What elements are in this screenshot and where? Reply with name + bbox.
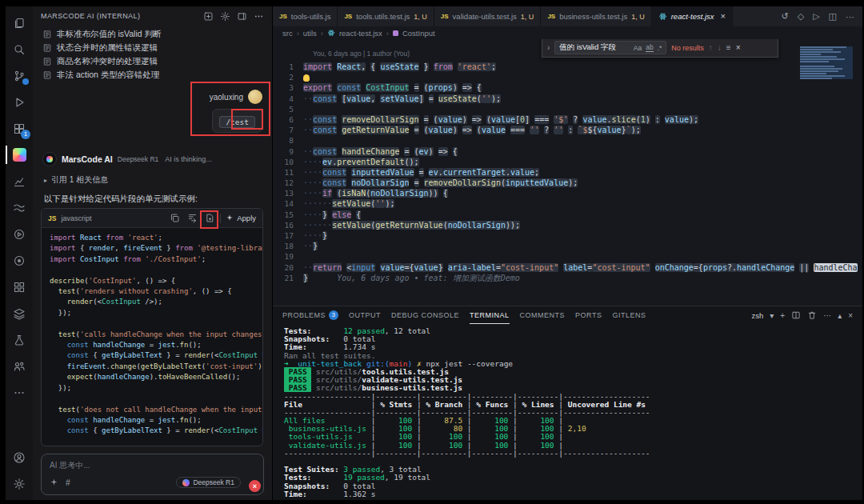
close-tab-icon[interactable]: ×: [721, 12, 726, 21]
insert-at-cursor-icon[interactable]: [187, 213, 198, 223]
code-line[interactable]: 9··const handleChange = (ev) => {: [273, 146, 862, 157]
breadcrumb-item[interactable]: utils: [303, 29, 317, 38]
panel-tab-output[interactable]: OUTPUT: [349, 306, 381, 324]
skills-icon[interactable]: [50, 475, 58, 490]
run-file-icon[interactable]: ▷: [813, 11, 819, 22]
activity-search[interactable]: [6, 36, 33, 62]
codelens-blame[interactable]: You, 6 days ago | 1 author (You): [313, 50, 410, 58]
toggle-replace-icon[interactable]: ›: [547, 43, 550, 52]
breadcrumb[interactable]: src›utils›react-test.jsx›CostInput: [273, 26, 862, 39]
tab-react-test.jsx[interactable]: react-test.jsx×: [652, 6, 733, 26]
terminal-shell-label[interactable]: zsh: [751, 311, 763, 320]
code-line[interactable]: 16······setValue(getReturnValue(noDollar…: [273, 220, 862, 230]
activity-additional-views[interactable]: [6, 379, 33, 406]
code-line[interactable]: 2: [273, 72, 862, 82]
tab-validate-utils.test.js[interactable]: JSvalidate-utils.test.js1, U: [434, 6, 542, 26]
find-previous-icon[interactable]: ↑: [709, 43, 713, 52]
code-line[interactable]: 7··const getReturnValue = (value) => (va…: [273, 125, 862, 135]
activity-collaboration[interactable]: [6, 353, 33, 379]
more-actions-icon[interactable]: [254, 11, 264, 22]
insert-into-file-icon[interactable]: [205, 213, 215, 223]
terminal-output[interactable]: Tests: 12 passed, 12 totalSnapshots: 0 t…: [273, 324, 862, 500]
kill-terminal-icon[interactable]: [807, 310, 817, 320]
history-item[interactable]: 非法 action 类型的容错处理: [33, 68, 272, 82]
more-actions-icon[interactable]: ···: [846, 12, 854, 22]
tab-tools-utils.js[interactable]: JStools-utils.js: [273, 6, 338, 26]
activity-extensions[interactable]: 1: [6, 115, 33, 142]
stop-generation-button[interactable]: ×: [249, 480, 261, 492]
close-panel-icon[interactable]: ×: [848, 311, 853, 320]
breadcrumb-item[interactable]: src: [282, 29, 293, 38]
new-chat-icon[interactable]: [203, 11, 214, 22]
tab-tools.utils.test.js[interactable]: JStools.utils.test.js1, U: [338, 6, 434, 26]
code-line[interactable]: 17····}: [273, 230, 862, 241]
breadcrumb-item[interactable]: CostInput: [402, 29, 435, 38]
panel-tab-gitlens[interactable]: GITLENS: [612, 306, 646, 324]
activity-testing[interactable]: [6, 326, 33, 353]
panel-tab-problems[interactable]: PROBLEMS3: [282, 306, 338, 324]
code-line[interactable]: 15····} else {: [273, 210, 862, 220]
panel-tab-comments[interactable]: COMMENTS: [520, 306, 566, 324]
close-find-icon[interactable]: ×: [736, 43, 741, 52]
code-line[interactable]: 1import React, { useState } from 'react'…: [273, 62, 862, 72]
code-line[interactable]: 13····if (isNaN(noDollarSign)) {: [273, 188, 862, 198]
compare-changes-icon[interactable]: ◇: [798, 11, 804, 22]
new-terminal-icon[interactable]: +: [780, 311, 785, 320]
find-in-selection-icon[interactable]: ≡: [726, 43, 731, 52]
activity-dashboard[interactable]: [6, 274, 33, 300]
code-line[interactable]: 14······setValue('');: [273, 198, 862, 209]
code-line[interactable]: 12····const noDollarSign = removeDollarS…: [273, 178, 862, 188]
activity-account[interactable]: [6, 444, 33, 470]
code-line[interactable]: 4··const [value, setValue] = useState(''…: [273, 94, 862, 104]
history-item[interactable]: 非标准布尔值的 isValid 判断: [33, 27, 272, 41]
activity-manage-settings[interactable]: [6, 470, 33, 497]
maximize-panel-icon[interactable]: ▴: [838, 311, 842, 320]
code-line[interactable]: 6··const removeDollarSign = (value) => (…: [273, 114, 862, 125]
code-line[interactable]: 5: [273, 104, 862, 114]
history-item[interactable]: 商品名称冲突时的处理逻辑: [33, 54, 272, 68]
copy-code-icon[interactable]: [170, 213, 180, 223]
tab-business-utils.test.js[interactable]: JSbusiness-utils.test.js1, U: [541, 6, 651, 26]
open-in-editor-icon[interactable]: [237, 11, 247, 22]
activity-layers[interactable]: [6, 300, 33, 326]
timeline-icon[interactable]: ↺: [781, 11, 788, 22]
activity-marscode-ai[interactable]: [6, 142, 33, 168]
breadcrumb-item[interactable]: react-test.jsx: [339, 29, 382, 38]
model-selector[interactable]: Deepseek R1: [176, 477, 241, 488]
split-editor-icon[interactable]: ◫: [829, 11, 837, 22]
activity-explorer[interactable]: [6, 10, 33, 36]
regex-icon[interactable]: .*: [658, 44, 662, 52]
find-input[interactable]: 值的 isValid 字段 Aa ab .*: [554, 41, 666, 54]
activity-source-control[interactable]: [6, 62, 33, 89]
code-line[interactable]: 8: [273, 135, 862, 146]
split-terminal-icon[interactable]: [791, 310, 801, 320]
panel-tab-ports[interactable]: PORTS: [575, 306, 602, 324]
code-editor[interactable]: › 值的 isValid 字段 Aa ab .* No results ↑ ↓ …: [273, 39, 862, 306]
activity-waves[interactable]: [6, 194, 33, 221]
code-line[interactable]: 18··}: [273, 241, 862, 251]
chat-settings-icon[interactable]: [220, 11, 230, 22]
terminal-dropdown-icon[interactable]: ▾: [770, 311, 774, 320]
find-next-icon[interactable]: ↓: [718, 43, 722, 52]
suggested-test-code[interactable]: import React from 'react';import { rende…: [42, 228, 262, 442]
activity-record-view[interactable]: [6, 247, 33, 274]
code-line[interactable]: 10····ev.preventDefault();: [273, 157, 862, 167]
whole-word-icon[interactable]: ab: [646, 43, 653, 52]
code-line[interactable]: 19: [273, 251, 862, 262]
code-line[interactable]: 3export const CostInput = (props) => {: [273, 82, 862, 93]
panel-tab-terminal[interactable]: TERMINAL: [470, 306, 510, 324]
chat-input-box[interactable]: AI 思考中... # Deepseek R1 ×: [41, 454, 264, 495]
code-line[interactable]: 20··return <input value={value} aria-lab…: [273, 262, 862, 273]
match-case-icon[interactable]: Aa: [634, 44, 642, 52]
minimap[interactable]: [800, 46, 853, 79]
activity-performance[interactable]: [6, 168, 33, 194]
apply-button[interactable]: Apply: [226, 214, 256, 223]
activity-run-and-debug[interactable]: [6, 89, 33, 115]
context-hash-button[interactable]: #: [66, 478, 70, 487]
panel-tab-debug-console[interactable]: DEBUG CONSOLE: [391, 306, 459, 324]
slash-command-chip[interactable]: /test: [219, 116, 255, 128]
code-line[interactable]: 11····const inputtedValue = ev.currentTa…: [273, 167, 862, 178]
reference-toggle[interactable]: ▸ 引用 1 相关信息: [33, 166, 272, 186]
lightbulb-icon[interactable]: [303, 74, 310, 82]
code-lines[interactable]: 1import React, { useState } from 'react'…: [273, 62, 862, 283]
